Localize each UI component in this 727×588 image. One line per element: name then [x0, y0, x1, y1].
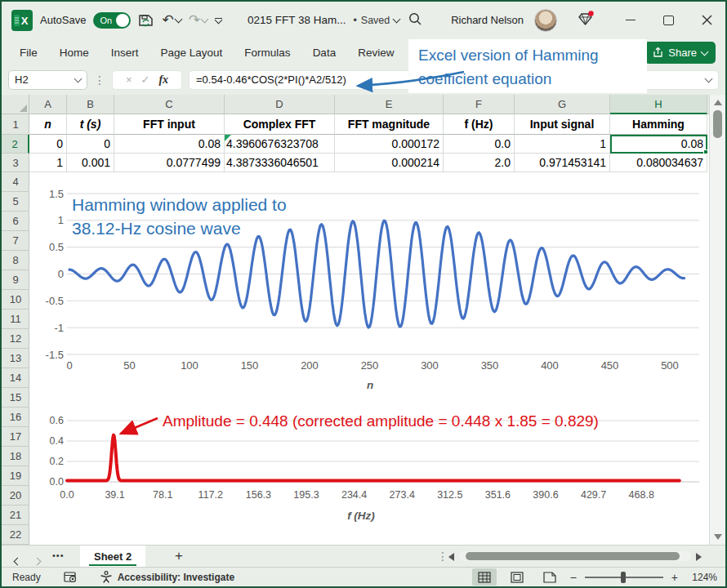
share-button[interactable]: Share [644, 42, 716, 64]
cell-F1[interactable]: f (Hz) [444, 114, 515, 135]
cell-C2[interactable]: 0.08 [114, 135, 225, 154]
cell-C3[interactable]: 0.0777499 [114, 154, 225, 172]
cell-H3[interactable]: 0.080034637 [610, 154, 707, 172]
accessibility-checker-button[interactable] [100, 571, 113, 583]
column-header-E[interactable]: E [335, 95, 444, 114]
save-status[interactable]: • Saved [353, 15, 399, 26]
column-header-C[interactable]: C [114, 95, 225, 114]
document-title[interactable]: 0215 FFT 38 Ham... [248, 14, 346, 26]
cell-F2[interactable]: 0.0 [444, 135, 515, 154]
next-sheet-button[interactable] [34, 553, 40, 568]
ribbon-tab-page-layout[interactable]: Page Layout [161, 47, 223, 59]
user-name[interactable]: Richard Nelson [451, 14, 524, 26]
scroll-right-icon[interactable] [696, 553, 702, 561]
sheet-list-icon[interactable]: ••• [52, 550, 65, 560]
row-header-15[interactable]: 15 [2, 388, 29, 408]
cell-E1[interactable]: FFT magnitude [335, 114, 444, 135]
column-header-H[interactable]: H [610, 95, 707, 114]
row-header-5[interactable]: 5 [2, 192, 29, 212]
cell-B3[interactable]: 0.001 [67, 154, 114, 172]
row-header-20[interactable]: 20 [2, 486, 29, 506]
zoom-level[interactable]: 124% [686, 572, 717, 583]
row-header-13[interactable]: 13 [2, 349, 29, 368]
enter-icon[interactable]: ✓ [141, 74, 150, 86]
ribbon-tab-data[interactable]: Data [313, 47, 337, 59]
row-header-11[interactable]: 11 [2, 310, 29, 329]
new-sheet-button[interactable]: + [175, 548, 183, 564]
vertical-scroll-thumb[interactable] [713, 110, 722, 138]
row-header-1[interactable]: 1 [2, 114, 29, 135]
minimize-button[interactable] [626, 20, 636, 20]
cell-D1[interactable]: Complex FFT [225, 114, 335, 135]
scroll-left-icon[interactable] [448, 553, 454, 561]
row-header-18[interactable]: 18 [2, 447, 29, 466]
insert-function-button[interactable]: fx [158, 74, 168, 87]
column-header-F[interactable]: F [444, 95, 515, 114]
horizontal-scroll-thumb[interactable] [466, 552, 680, 560]
cell-A2[interactable]: 0 [29, 135, 67, 154]
chart-hamming-windowed-wave[interactable]: 1.510.50-0.5-1-1.50501001502002503003504… [31, 173, 707, 400]
cell-E2[interactable]: 0.000172 [335, 135, 444, 154]
row-header-2[interactable]: 2 [2, 135, 29, 154]
fill-handle[interactable] [703, 149, 708, 154]
row-header-19[interactable]: 19 [2, 466, 29, 486]
search-button[interactable] [408, 11, 422, 29]
column-header-G[interactable]: G [515, 95, 610, 114]
column-header-A[interactable]: A [29, 95, 67, 114]
vertical-scrollbar[interactable] [709, 95, 725, 545]
cell-H2[interactable]: 0.08 [610, 135, 707, 154]
ribbon-tab-home[interactable]: Home [60, 47, 89, 59]
cell-B1[interactable]: t (s) [67, 114, 114, 135]
cell-A1[interactable]: n [29, 114, 67, 135]
accessibility-status[interactable]: Accessibility: Investigate [118, 572, 234, 583]
ribbon-tab-insert[interactable]: Insert [111, 47, 139, 59]
cell-G2[interactable]: 1 [515, 135, 610, 154]
chart-fft-spectrum[interactable]: 0.60.40.20.00.039.178.1117.2156.3195.323… [31, 402, 707, 542]
zoom-slider-thumb[interactable] [621, 572, 626, 583]
save-icon[interactable] [138, 13, 154, 28]
row-header-6[interactable]: 6 [2, 212, 29, 231]
name-box[interactable]: H2 [8, 70, 87, 90]
column-header-B[interactable]: B [67, 95, 114, 114]
page-break-view-button[interactable] [537, 568, 562, 586]
cell-G3[interactable]: 0.971453141 [515, 154, 610, 172]
scroll-up-icon[interactable] [714, 100, 722, 105]
scroll-down-icon[interactable] [714, 534, 722, 540]
column-header-D[interactable]: D [225, 95, 335, 114]
cell-D2[interactable]: 4.3960676323708 [225, 135, 335, 154]
scrollbar-grip-icon[interactable]: ⋮ [437, 550, 448, 563]
row-header-4[interactable]: 4 [2, 172, 29, 192]
zoom-slider[interactable] [585, 577, 663, 578]
row-header-9[interactable]: 9 [2, 270, 29, 290]
cell-F3[interactable]: 2.0 [444, 154, 515, 172]
macro-record-button[interactable] [64, 572, 77, 583]
feedback-gem-button[interactable] [578, 11, 594, 30]
cell-D3[interactable]: 4.3873336046501 [225, 154, 335, 172]
row-header-17[interactable]: 17 [2, 427, 29, 447]
cell-C1[interactable]: FFT input [114, 114, 225, 135]
row-header-21[interactable]: 21 [2, 506, 29, 525]
close-button[interactable] [702, 15, 712, 25]
redo-button[interactable]: ↷ [189, 13, 207, 27]
zoom-in-button[interactable]: + [671, 571, 678, 584]
normal-view-button[interactable] [472, 568, 497, 586]
ribbon-tab-file[interactable]: File [20, 47, 38, 59]
page-layout-view-button[interactable] [505, 568, 529, 586]
zoom-out-button[interactable]: − [570, 571, 577, 584]
user-avatar[interactable] [534, 9, 557, 32]
ribbon-tab-review[interactable]: Review [358, 47, 394, 59]
cell-B2[interactable]: 0 [67, 135, 114, 154]
row-header-3[interactable]: 3 [2, 154, 29, 172]
cell-H1[interactable]: Hamming [610, 114, 707, 135]
undo-button[interactable]: ↶ [162, 13, 181, 27]
row-header-12[interactable]: 12 [2, 329, 29, 349]
quick-access-customize-button[interactable] [215, 18, 222, 23]
cell-G1[interactable]: Input signal [515, 114, 610, 135]
row-header-22[interactable]: 22 [2, 525, 29, 545]
row-header-10[interactable]: 10 [2, 290, 29, 310]
row-header-14[interactable]: 14 [2, 368, 29, 388]
sheet-tab-active[interactable]: Sheet 2 [80, 546, 145, 567]
cell-E3[interactable]: 0.000214 [335, 154, 444, 172]
ribbon-tab-formulas[interactable]: Formulas [244, 47, 290, 59]
select-all-button[interactable] [2, 95, 29, 114]
